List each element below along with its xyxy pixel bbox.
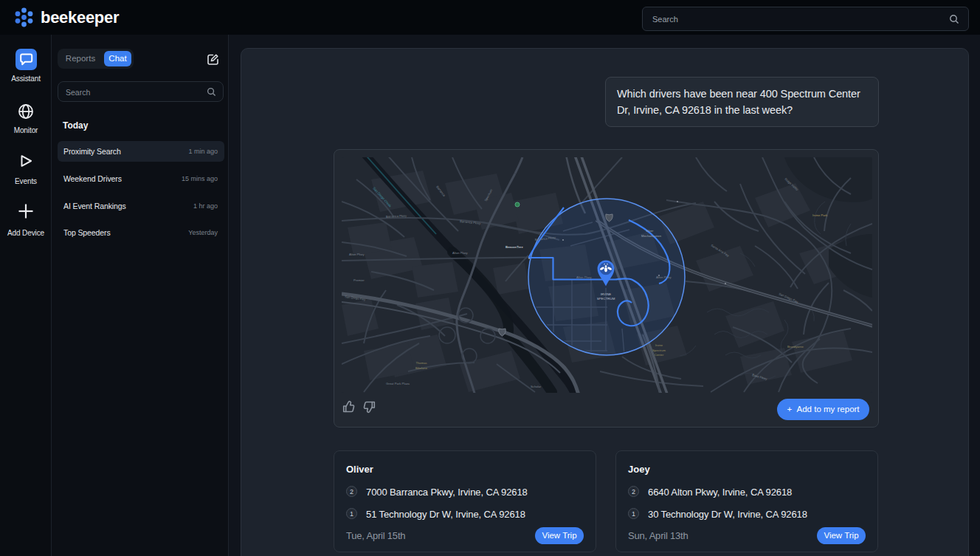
svg-text:Thomas: Thomas xyxy=(415,361,427,365)
svg-text:Irvine: Irvine xyxy=(655,343,663,347)
svg-text:Alton Pkwy: Alton Pkwy xyxy=(349,253,365,256)
svg-text:Irvine Park: Irvine Park xyxy=(812,213,828,217)
svg-text:Scholar: Scholar xyxy=(531,385,542,388)
svg-text:SPECTRUM: SPECTRUM xyxy=(597,297,615,301)
svg-text:BeaconTree: BeaconTree xyxy=(505,245,523,249)
svg-text:Alton Pkwy: Alton Pkwy xyxy=(576,275,593,279)
svg-text:Mechanization: Mechanization xyxy=(641,234,662,238)
svg-text:Alton Pkwy: Alton Pkwy xyxy=(452,251,469,255)
svg-text:Premier: Premier xyxy=(353,278,365,282)
svg-text:Center: Center xyxy=(655,353,664,357)
svg-text:Great Park Plaza: Great Park Plaza xyxy=(386,382,410,385)
svg-text:Brandywine: Brandywine xyxy=(787,345,804,349)
svg-text:Bikelane: Bikelane xyxy=(415,366,428,370)
svg-text:Silver: Silver xyxy=(646,229,654,233)
svg-text:Spectrum: Spectrum xyxy=(652,349,666,352)
svg-text:IRVINE: IRVINE xyxy=(601,292,612,296)
